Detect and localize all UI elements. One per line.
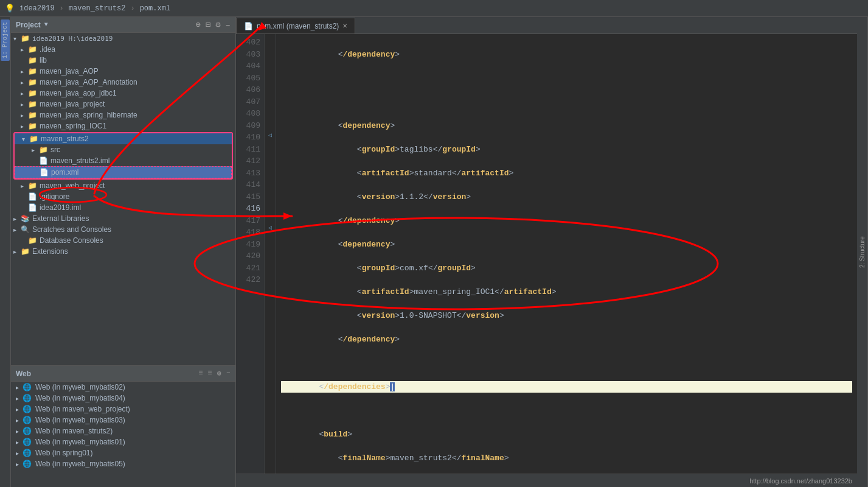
title-module: maven_struts2 (69, 4, 126, 13)
web-item[interactable]: ▸🌐Web (in myweb_mybatis01) (11, 436, 235, 447)
tree-item-gitignore[interactable]: 📄 .gitignore (11, 191, 235, 202)
scratch-icon: 🔍 (21, 225, 30, 234)
tree-item-ext-lib[interactable]: ▸ 📚 External Libraries (11, 213, 235, 224)
code-line: <groupId>taglibs</groupId> (281, 144, 852, 156)
web-item-label: Web (in myweb_mybatis04) (35, 394, 125, 402)
tree-root[interactable]: ▾ 📁 idea2019 H:\idea2019 (11, 33, 235, 44)
tree-label: maven_web_project (40, 181, 105, 190)
web-item[interactable]: ▸🌐Web (in maven_web_project) (11, 404, 235, 415)
web-group-btn[interactable]: ≡ (207, 369, 212, 378)
tree-item-lib[interactable]: 📁 lib (11, 55, 235, 66)
tree-label-iml: maven_struts2.iml (50, 156, 109, 165)
code-line: <groupId>com.xf</groupId> (281, 262, 852, 275)
web-settings-btn[interactable]: ⚙ (217, 369, 221, 378)
web-icon: 🌐 (23, 416, 32, 424)
code-line: <artifactId>standard</artifactId> (281, 167, 852, 180)
web-sort-btn[interactable]: ≡ (198, 369, 203, 378)
tree-item-spring-ioc[interactable]: ▸ 📁 maven_spring_IOC1 (11, 121, 235, 131)
web-item[interactable]: ▸🌐Web (in myweb_mybatis03) (11, 415, 235, 426)
tree-item-aop-annotation[interactable]: ▸ 📁 maven_java_AOP_Annotation (11, 77, 235, 88)
web-arrow: ▸ (16, 461, 19, 468)
project-tree: ▾ 📁 idea2019 H:\idea2019 ▸ 📁 .idea 📁 (11, 33, 235, 365)
tree-item-spring-hibernate[interactable]: ▸ 📁 maven_java_spring_hibernate (11, 110, 235, 121)
gutter-cell (265, 70, 276, 82)
project-add-btn[interactable]: ⊕ (195, 19, 200, 30)
web-icon: 🌐 (23, 405, 32, 413)
structure-tab[interactable]: 2: Structure (857, 17, 868, 487)
web-item-label: Web (in myweb_mybatis02) (35, 383, 125, 391)
tree-item-iml[interactable]: 📄 maven_struts2.iml (15, 155, 232, 166)
gutter-cell (265, 46, 276, 58)
fold-icon[interactable]: ◁ (265, 129, 276, 138)
project-minimize-btn[interactable]: – (226, 20, 231, 30)
tree-item-pomxml[interactable]: 📄 pom.xml (15, 166, 232, 178)
web-minimize-btn[interactable]: – (226, 369, 231, 378)
code-line-current: </dependencies>| (281, 381, 852, 393)
code-line: </dependency> (281, 49, 852, 61)
gutter-cell (265, 34, 276, 46)
tree-item-web-project[interactable]: ▸ 📁 maven_web_project (11, 180, 235, 191)
web-icon: 🌐 (23, 383, 32, 391)
gutter-cell (265, 186, 276, 198)
code-line: <artifactId>maven_spring_IOC1</artifactI… (281, 286, 852, 298)
tree-item-idea[interactable]: ▸ 📁 .idea (11, 44, 235, 55)
code-editor[interactable]: </dependency> <dependency> <groupId>tagl… (276, 34, 857, 474)
web-arrow: ▸ (16, 384, 19, 391)
title-project: idea2019 (19, 4, 55, 13)
web-item[interactable]: ▸🌐Web (in myweb_mybatis05) (11, 458, 235, 469)
web-icon: 🌐 (23, 394, 32, 402)
web-item[interactable]: ▸🌐Web (in myweb_mybatis04) (11, 393, 235, 404)
code-line: <version>1.0-SNAPSHOT</version> (281, 310, 852, 322)
code-line: </dependency> (281, 215, 852, 227)
xml-icon: 📄 (40, 168, 49, 177)
web-item[interactable]: ▸🌐Web (in spring01) (11, 447, 235, 458)
tree-item-struts2[interactable]: ▾ 📁 maven_struts2 (15, 133, 232, 144)
web-arrow: ▸ (16, 439, 19, 446)
project-label: Project (16, 21, 41, 29)
web-item[interactable]: ▸🌐Web (in maven_struts2) (11, 426, 235, 436)
tree-label-git: .gitignore (40, 192, 69, 201)
project-vertical-tab[interactable]: 1: Project (1, 19, 10, 61)
code-line (281, 405, 852, 417)
title-icon: 💡 (5, 4, 15, 13)
web-panel: Web ≡ ≡ ⚙ – ▸🌐Web (in myweb_mybatis02) ▸… (11, 365, 235, 487)
gutter-cell (265, 58, 276, 70)
project-dropdown-icon[interactable]: ▼ (44, 21, 48, 28)
tree-item-aop-jdbc[interactable]: ▸ 📁 maven_java_aop_jdbc1 (11, 88, 235, 99)
folder-icon: 📁 (29, 135, 38, 143)
gutter-cell (265, 174, 276, 186)
folder-icon: 📁 (21, 34, 30, 43)
git-icon: 📄 (28, 192, 37, 201)
project-collapse-btn[interactable]: ⊟ (206, 19, 210, 30)
tree-item-extensions[interactable]: ▸ 📁 Extensions (11, 246, 235, 257)
web-item-label: Web (in myweb_mybatis05) (35, 460, 125, 468)
tree-item-db-consoles[interactable]: 📁 Database Consoles (11, 235, 235, 246)
gutter-cell (265, 162, 276, 174)
project-settings-btn[interactable]: ⚙ (215, 19, 220, 30)
tab-close-btn[interactable]: ✕ (342, 23, 347, 29)
web-item[interactable]: ▸🌐Web (in myweb_mybatis02) (11, 382, 235, 393)
tree-label: maven_java_project (40, 100, 105, 108)
web-arrow: ▸ (16, 395, 19, 402)
tree-label: .idea (40, 45, 55, 54)
tree-item-java-project[interactable]: ▸ 📁 maven_java_project (11, 99, 235, 110)
tree-label: maven_java_aop_jdbc1 (40, 89, 117, 97)
web-item-label: Web (in myweb_mybatis03) (35, 416, 125, 424)
gutter-cell (265, 105, 276, 117)
web-icon: 🌐 (23, 449, 32, 457)
code-line (281, 96, 852, 108)
tree-item-idea-iml[interactable]: 📄 idea2019.iml (11, 202, 235, 213)
fold-icon[interactable]: ◁ (265, 222, 276, 231)
tree-label: maven_java_spring_hibernate (40, 111, 137, 119)
tree-item-scratches[interactable]: ▸ 🔍 Scratches and Consoles (11, 224, 235, 235)
title-bar: 💡 idea2019 › maven_struts2 › pom.xml (0, 0, 868, 17)
tree-item-src[interactable]: ▸ 📁 src (15, 144, 232, 155)
gutter-cell (265, 150, 276, 163)
tree-item-aop[interactable]: ▸ 📁 maven_java_AOP (11, 66, 235, 77)
web-arrow: ▸ (16, 450, 19, 457)
tree-label-pomxml: pom.xml (51, 168, 78, 177)
folder-icon: 📁 (28, 100, 37, 108)
editor-tab-pomxml[interactable]: 📄 pom.xml (maven_struts2) ✕ (236, 18, 355, 33)
code-line: </dependency> (281, 334, 852, 346)
web-icon: 🌐 (23, 438, 32, 446)
